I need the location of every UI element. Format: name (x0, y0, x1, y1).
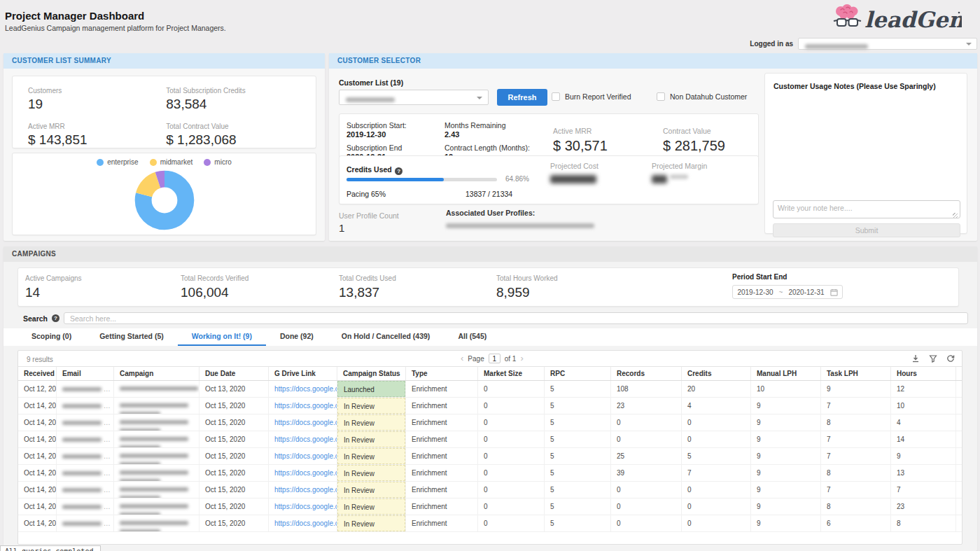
cell-g_drive_link: https://docs.google.com/ … (269, 414, 337, 431)
customer-list-select[interactable] (339, 90, 489, 105)
cell-type: Enrichment (406, 398, 478, 414)
segment-chart-card: enterprisemidmarketmicro (12, 153, 316, 235)
status-bar: All queries completed (0, 545, 101, 551)
refresh-button[interactable]: Refresh (497, 89, 547, 106)
table-row[interactable]: Oct 12, 2020 …Oct 13, 2020https://docs.g… (18, 381, 962, 398)
cell-campaign_status: In Review (337, 431, 406, 447)
page-subtitle: LeadGenius Campaign management platform … (5, 24, 226, 32)
redacted-projected-margin-suffix (670, 174, 688, 179)
burn-report-verified-checkbox[interactable]: Burn Report Verified (552, 92, 631, 101)
cell-due_date: Oct 15, 2020 (200, 482, 269, 498)
cell-campaign (114, 431, 200, 447)
g-drive-link[interactable]: https://docs.google.com/ (274, 486, 337, 494)
table-row[interactable]: Oct 14, 2020 …Oct 15, 2020https://docs.g… (18, 515, 962, 532)
next-page-icon[interactable]: › (520, 354, 523, 363)
customer-list-label: Customer List (19) (339, 78, 403, 87)
tab-scoping-0[interactable]: Scoping (0) (18, 328, 85, 346)
table-row[interactable]: Oct 14, 2020 …Oct 15, 2020https://docs.g… (18, 398, 962, 414)
tab-on-hold-cancelled-439[interactable]: On Hold / Cancelled (439) (328, 328, 444, 346)
g-drive-link[interactable]: https://docs.google.com/ (274, 503, 337, 510)
cell-hours: 9 (891, 448, 956, 464)
legend-dot-icon (150, 159, 157, 166)
table-row[interactable]: Oct 14, 2020 …Oct 15, 2020https://docs.g… (18, 482, 962, 498)
glasses-icon (834, 19, 861, 26)
stat-total-hours-worked: Total Hours Worked8,959 (496, 274, 558, 300)
table-row[interactable]: Oct 14, 2020 …Oct 15, 2020https://docs.g… (18, 431, 962, 448)
non-datahub-customer-checkbox[interactable]: Non Datahub Customer (657, 92, 747, 101)
tab-getting-started-5[interactable]: Getting Started (5) (85, 328, 178, 346)
campaigns-panel: CAMPAIGNS Active Campaigns14 Total Recor… (4, 246, 977, 551)
cell-task_lph: 7 (821, 398, 891, 414)
tab-done-92[interactable]: Done (92) (266, 328, 328, 346)
cell-task_lph: 7 (821, 482, 891, 498)
tab-working-on-it-9[interactable]: Working on It! (9) (178, 328, 266, 346)
g-drive-link[interactable]: https://docs.google.com/ (274, 519, 337, 527)
column-header-campaign[interactable]: Campaign (114, 367, 200, 380)
column-header-records[interactable]: Records (611, 367, 682, 380)
redacted-text (62, 522, 102, 526)
credits-progress-fill (346, 178, 444, 181)
cell-campaign (114, 398, 200, 414)
cell-type: Enrichment (406, 414, 478, 431)
submit-note-button[interactable]: Submit (773, 223, 960, 237)
g-drive-link[interactable]: https://docs.google.com/ (274, 435, 337, 443)
customer-list-summary-panel: CUSTOMER LIST SUMMARY Customers 19 Total… (4, 53, 325, 241)
legend-item-micro[interactable]: micro (204, 158, 231, 166)
download-icon[interactable] (911, 354, 920, 363)
column-header-credits[interactable]: Credits (682, 367, 751, 380)
column-header-received_on[interactable]: Received On (18, 367, 57, 380)
column-header-hours[interactable]: Hours (891, 367, 956, 380)
column-header-rpc[interactable]: RPC (545, 367, 611, 380)
column-header-type[interactable]: Type (406, 367, 478, 380)
cell-records: 0 (611, 515, 682, 531)
table-row[interactable]: Oct 14, 2020 …Oct 15, 2020https://docs.g… (18, 448, 962, 465)
cell-hours: 8 (891, 515, 956, 531)
column-header-campaign_status[interactable]: Campaign Status (337, 367, 406, 380)
redacted-text (120, 487, 188, 491)
cell-credits: 0 (682, 498, 751, 515)
column-header-due_date[interactable]: Due Date (200, 367, 269, 380)
cell-campaign_status: Launched (337, 381, 406, 397)
g-drive-link[interactable]: https://docs.google.com/ (274, 385, 337, 393)
legend-item-enterprise[interactable]: enterprise (97, 158, 138, 166)
column-header-market_size[interactable]: Market Size (478, 367, 545, 380)
table-row[interactable]: Oct 14, 2020 …Oct 15, 2020https://docs.g… (18, 465, 962, 482)
cell-task_lph: 8 (821, 465, 891, 481)
column-header-task_lph[interactable]: Task LPH (821, 367, 891, 380)
page-number-input[interactable] (489, 354, 500, 363)
table-row[interactable]: Oct 14, 2020 …Oct 15, 2020https://docs.g… (18, 414, 962, 431)
legend-item-midmarket[interactable]: midmarket (150, 158, 193, 166)
table-body: Oct 12, 2020 …Oct 13, 2020https://docs.g… (18, 381, 962, 532)
contract-value: Contract Value $ 281,759 (663, 127, 725, 154)
redacted-text (120, 462, 160, 464)
chevron-down-icon (477, 97, 482, 99)
logged-in-user-select[interactable] (798, 38, 977, 50)
g-drive-link[interactable]: https://docs.google.com/ (274, 452, 337, 460)
projected-cost: Projected Cost (550, 162, 598, 183)
column-header-manual_lph[interactable]: Manual LPH (751, 367, 821, 380)
tab-all-545[interactable]: All (545) (444, 328, 500, 346)
redacted-logged-in-user (805, 44, 868, 49)
info-icon[interactable]: ? (395, 167, 402, 175)
prev-page-icon[interactable]: ‹ (461, 354, 463, 363)
column-header-g_drive_link[interactable]: G Drive Link (269, 367, 337, 380)
pacing-label: Pacing 65% (346, 190, 386, 198)
search-input[interactable] (64, 312, 968, 324)
cell-campaign_status: In Review (337, 448, 406, 464)
info-icon[interactable]: ? (52, 314, 59, 322)
table-row[interactable]: Oct 14, 2020 …Oct 15, 2020https://docs.g… (18, 498, 962, 515)
redacted-text (62, 387, 102, 391)
cell-rpc: 5 (545, 381, 611, 397)
refresh-icon[interactable] (946, 354, 955, 363)
cell-hours: 7 (891, 482, 956, 498)
g-drive-link[interactable]: https://docs.google.com/ (274, 469, 337, 477)
column-header-email[interactable]: Email (57, 367, 114, 380)
g-drive-link[interactable]: https://docs.google.com/ (274, 419, 337, 426)
period-end-date[interactable]: 2020-12-31 (788, 288, 824, 296)
g-drive-link[interactable]: https://docs.google.com/ (274, 402, 337, 410)
period-start-date[interactable]: 2019-12-30 (737, 288, 773, 296)
filter-icon[interactable] (929, 354, 937, 363)
period-date-range-input[interactable]: 2019-12-30 ~ 2020-12-31 (732, 285, 843, 299)
note-input[interactable] (773, 200, 960, 218)
cell-hours: 13 (891, 465, 956, 481)
